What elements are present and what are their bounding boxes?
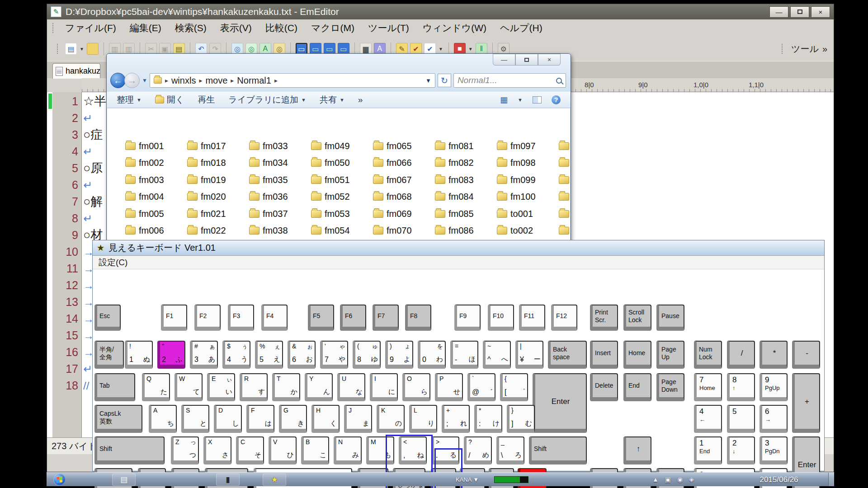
show-desktop-button[interactable] — [828, 473, 834, 486]
key-f12[interactable]: F12 — [551, 305, 577, 331]
key-f9[interactable]: F9 — [454, 305, 481, 331]
key-b[interactable]: Bこ — [301, 436, 329, 465]
folder-item-fm054[interactable]: fm054 — [311, 224, 371, 238]
key-tab[interactable]: Tab — [94, 373, 135, 401]
key-j[interactable]: Jま — [344, 405, 372, 433]
key-numpad9[interactable]: 9PgUp — [760, 373, 788, 401]
key-t[interactable]: Tか — [272, 373, 300, 401]
key-numpad-add[interactable]: + — [792, 373, 820, 433]
key-a[interactable]: Aち — [149, 405, 177, 433]
folder-item-fm067[interactable]: fm067 — [373, 173, 433, 187]
folder-item-fm086[interactable]: fm086 — [435, 224, 495, 238]
folder-item-fm005[interactable]: fm005 — [125, 207, 185, 221]
key-page-up[interactable]: PageUp — [656, 341, 684, 369]
key-f7[interactable]: F7 — [373, 305, 399, 331]
folder-item-fm020[interactable]: fm020 — [187, 190, 247, 204]
folder-item-fm022[interactable]: fm022 — [187, 224, 247, 238]
menu-item-0[interactable]: ファイル(F) — [58, 22, 123, 34]
key-v[interactable]: Vひ — [269, 436, 297, 465]
folder-item-fm052[interactable]: fm052 — [311, 190, 371, 204]
key-f6[interactable]: F6 — [340, 305, 366, 331]
folder-item-fm049[interactable]: fm049 — [311, 139, 371, 153]
folder-item[interactable] — [559, 139, 570, 153]
key-f8[interactable]: F8 — [405, 305, 431, 331]
key-page-down[interactable]: PageDown — [656, 373, 684, 401]
key-o[interactable]: Oら — [402, 373, 430, 401]
folder-item-fm051[interactable]: fm051 — [311, 173, 371, 187]
views-icon[interactable]: ▦ — [500, 95, 508, 105]
folder-item-fm098[interactable]: fm098 — [497, 156, 557, 170]
maximize-button[interactable] — [790, 6, 809, 18]
key-right-bracket[interactable]: }]む — [507, 405, 535, 433]
folder-item-fm084[interactable]: fm084 — [435, 190, 495, 204]
key-q[interactable]: Qた — [142, 373, 170, 401]
folder-item[interactable] — [559, 207, 570, 221]
folder-item-fm053[interactable]: fm053 — [311, 207, 371, 221]
menu-item-6[interactable]: ツール(T) — [361, 22, 416, 34]
folder-item-fm018[interactable]: fm018 — [187, 156, 247, 170]
folder-item-fm085[interactable]: fm085 — [435, 207, 495, 221]
folder-item-fm034[interactable]: fm034 — [249, 156, 309, 170]
folder-item-fm100[interactable]: fm100 — [497, 190, 557, 204]
key-f4[interactable]: F4 — [261, 305, 288, 331]
key-colon[interactable]: *:け — [474, 405, 502, 433]
key-h[interactable]: Hく — [311, 405, 340, 433]
search-input[interactable]: Normal1... — [453, 73, 566, 88]
key-g[interactable]: Gき — [279, 405, 307, 433]
folder-item-fm037[interactable]: fm037 — [249, 207, 309, 221]
folder-item-fm006[interactable]: fm006 — [125, 224, 185, 238]
key-numpad7[interactable]: 7Home — [694, 373, 722, 401]
key-0[interactable]: を0わ — [418, 341, 446, 369]
key-slash[interactable]: ?/め — [464, 436, 492, 465]
key-numpad3[interactable]: 3PgDn — [760, 436, 788, 465]
menu-item-settings[interactable]: 設定(C) — [99, 257, 127, 268]
key-end[interactable]: End — [623, 373, 651, 401]
key-semicolon[interactable]: +;れ — [442, 405, 470, 433]
key-z[interactable]: Zっつ — [171, 436, 199, 465]
key-u[interactable]: Uな — [337, 373, 365, 401]
folder-item-fm083[interactable]: fm083 — [435, 173, 495, 187]
menu-item-7[interactable]: ウィンドウ(W) — [416, 22, 493, 34]
customize-check-dropdown-icon[interactable]: ▼ — [439, 47, 443, 52]
key-backslash[interactable]: _\ろ — [496, 436, 524, 465]
breadcrumb-segment-winxls[interactable]: winxls — [171, 75, 196, 86]
folder-item[interactable] — [559, 173, 570, 187]
open-folder-icon[interactable] — [87, 43, 99, 55]
key-left-bracket[interactable]: {[゜ — [500, 373, 528, 401]
key-k[interactable]: Kの — [377, 405, 405, 433]
key-i[interactable]: Iに — [370, 373, 398, 401]
folder-item-fm050[interactable]: fm050 — [311, 156, 371, 170]
key-e[interactable]: Eぃい — [207, 373, 235, 401]
key-4[interactable]: $ぅ4う — [222, 341, 250, 369]
folder-item-fm021[interactable]: fm021 — [187, 207, 247, 221]
key-insert[interactable]: Insert — [590, 341, 618, 369]
key-at[interactable]: `@゛ — [467, 373, 495, 401]
tray-icon-1[interactable]: ▣ — [665, 476, 671, 483]
record-macro-dropdown-icon[interactable]: ▼ — [468, 47, 473, 52]
key-numpad2[interactable]: 2↓ — [727, 436, 755, 465]
folder-item-fm033[interactable]: fm033 — [249, 139, 309, 153]
refresh-icon[interactable]: ↻ — [438, 74, 451, 87]
tray-icon-2[interactable]: ◉ — [677, 476, 683, 483]
key-5[interactable]: %ぇ5え — [255, 341, 283, 369]
explorer-title-bar[interactable]: — × ← → ▼ ▸winxls▸move▸Normal1▸ ▼ ↻ Norm… — [107, 54, 571, 108]
explorer-toolbar-item-3[interactable]: ライブラリに追加▼ — [228, 94, 306, 106]
explorer-toolbar-item-5[interactable]: » — [358, 95, 363, 105]
key-1[interactable]: !1ぬ — [125, 341, 153, 369]
emeditor-title-bar[interactable]: ✎ D:¥Dropbox¥pc5bai-dev¥wintips¥hankakuz… — [47, 4, 834, 19]
toolbar-chevron-icon[interactable]: » — [822, 44, 827, 54]
key-r[interactable]: Rす — [240, 373, 268, 401]
breadcrumb-segment-Normal1[interactable]: Normal1 — [237, 75, 271, 86]
key-yen[interactable]: |¥ー — [515, 341, 543, 369]
folder-item-fm099[interactable]: fm099 — [497, 173, 557, 187]
key-f5[interactable]: F5 — [308, 305, 334, 331]
explorer-toolbar-item-2[interactable]: 再生 — [198, 94, 215, 106]
menu-item-2[interactable]: 検索(S) — [168, 22, 213, 34]
folder-item-fm017[interactable]: fm017 — [187, 139, 247, 153]
key-numpad6[interactable]: 6→ — [760, 405, 788, 433]
key-numpad-multiply[interactable]: * — [760, 341, 788, 369]
new-document-dropdown-icon[interactable]: ▼ — [80, 47, 84, 52]
key-n[interactable]: Nみ — [334, 436, 362, 465]
key-delete[interactable]: Delete — [590, 373, 618, 401]
folder-item[interactable] — [559, 156, 570, 170]
